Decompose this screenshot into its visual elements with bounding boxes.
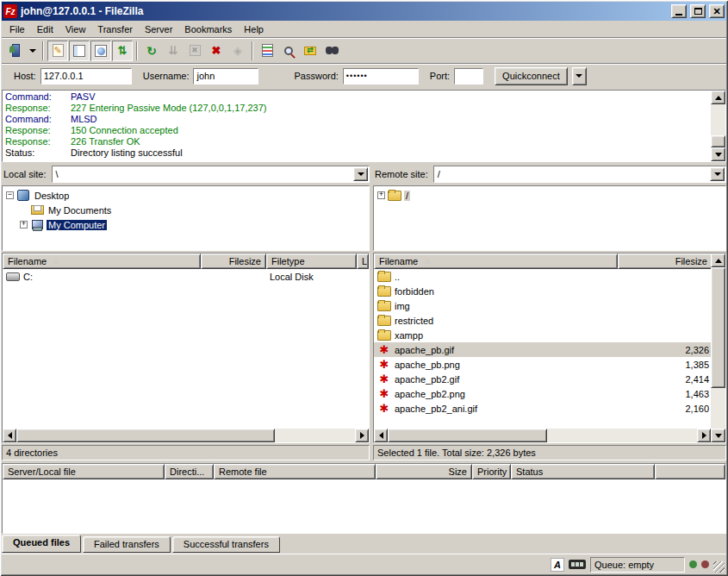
resize-grip[interactable] bbox=[713, 561, 725, 573]
refresh-button[interactable]: ↻ bbox=[141, 41, 162, 61]
toolbar-separator bbox=[136, 41, 138, 60]
tab-successful-transfers[interactable]: Successful transfers bbox=[172, 536, 280, 553]
scroll-thumb[interactable] bbox=[16, 429, 275, 442]
site-manager-dropdown-button[interactable] bbox=[27, 41, 39, 61]
maximize-button[interactable] bbox=[690, 4, 706, 18]
filename-cell: apache_pb2_ani.gif bbox=[374, 401, 618, 416]
scroll-right-button[interactable] bbox=[355, 429, 369, 442]
quickconnect-button[interactable]: Quickconnect bbox=[495, 67, 568, 85]
file-row[interactable]: C:Local Disk bbox=[3, 269, 369, 284]
remote-site-combobox[interactable]: / bbox=[433, 166, 726, 183]
scroll-down-button[interactable] bbox=[711, 147, 725, 161]
toggle-message-log-button[interactable] bbox=[47, 41, 68, 61]
queue-column-header-size[interactable]: Size bbox=[376, 464, 472, 479]
menu-item-view[interactable]: View bbox=[59, 22, 92, 36]
queue-column-header-remote-file[interactable]: Remote file bbox=[214, 464, 376, 479]
toggle-local-tree-button[interactable] bbox=[69, 41, 90, 61]
username-input[interactable]: john bbox=[193, 68, 258, 85]
menu-item-server[interactable]: Server bbox=[139, 22, 178, 36]
toggle-remote-tree-button[interactable] bbox=[90, 41, 111, 61]
collapse-icon[interactable]: − bbox=[6, 191, 14, 199]
quickconnect-dropdown-button[interactable] bbox=[572, 67, 587, 85]
filezilla-logo-icon: Fz bbox=[3, 4, 17, 18]
queue-column-header-directi-[interactable]: Directi... bbox=[165, 464, 214, 479]
menu-item-bookmarks[interactable]: Bookmarks bbox=[178, 22, 238, 36]
remote-hscrollbar[interactable] bbox=[374, 429, 711, 442]
file-row[interactable]: xampp bbox=[374, 328, 711, 342]
log-line: Response:227 Entering Passive Mode (127,… bbox=[5, 103, 708, 114]
local-status-text: 4 directories bbox=[2, 445, 370, 460]
expand-icon[interactable]: + bbox=[377, 191, 385, 199]
scroll-left-button[interactable] bbox=[3, 429, 16, 442]
close-button[interactable]: ✕ bbox=[709, 4, 725, 18]
triangle-down-icon bbox=[715, 434, 722, 438]
remote-vscrollbar[interactable] bbox=[711, 254, 725, 442]
queue-column-header-priority[interactable]: Priority bbox=[472, 464, 511, 479]
menu-item-help[interactable]: Help bbox=[238, 22, 270, 36]
port-input[interactable] bbox=[454, 68, 483, 85]
queue-column-header-server-local-file[interactable]: Server/Local file bbox=[3, 464, 165, 479]
remote-status-text: Selected 1 file. Total size: 2,326 bytes bbox=[373, 445, 726, 460]
host-label: Host: bbox=[14, 71, 36, 81]
filezilla-window: Fz john@127.0.0.1 - FileZilla ✕ FileEdit… bbox=[0, 0, 728, 576]
scroll-thumb[interactable] bbox=[711, 135, 725, 147]
minimize-button[interactable] bbox=[671, 4, 687, 18]
disconnect-button[interactable]: ✖ bbox=[206, 41, 227, 61]
column-header-filetype[interactable]: Filetype bbox=[266, 254, 357, 269]
sort-ascending-icon bbox=[423, 259, 432, 264]
window-title: john@127.0.0.1 - FileZilla bbox=[21, 5, 668, 17]
scroll-right-button[interactable] bbox=[697, 429, 711, 442]
file-row[interactable]: forbidden bbox=[374, 284, 711, 298]
menu-item-file[interactable]: File bbox=[3, 22, 31, 36]
host-input[interactable]: 127.0.0.1 bbox=[40, 68, 132, 85]
local-site-combobox[interactable]: \ bbox=[52, 166, 370, 183]
tree-item-my-documents[interactable]: My Documents bbox=[4, 203, 367, 217]
queue-column-header-status[interactable]: Status bbox=[511, 464, 655, 479]
file-row[interactable]: img bbox=[374, 298, 711, 313]
queue-body bbox=[3, 479, 725, 533]
filename-filters-button[interactable] bbox=[257, 41, 277, 61]
remote-site-dropdown-button[interactable] bbox=[710, 167, 725, 181]
find-files-button[interactable] bbox=[321, 41, 342, 61]
column-header-filename[interactable]: Filename bbox=[374, 254, 618, 269]
tree-item-desktop[interactable]: −Desktop bbox=[4, 188, 367, 203]
local-site-dropdown-button[interactable] bbox=[353, 167, 368, 181]
scroll-down-button[interactable] bbox=[711, 429, 725, 442]
folder-icon bbox=[377, 315, 391, 327]
file-row[interactable]: apache_pb2.png1,463 bbox=[374, 386, 711, 401]
expand-icon[interactable]: + bbox=[20, 221, 28, 229]
synchronized-browsing-button[interactable] bbox=[300, 41, 320, 61]
tab-queued-files[interactable]: Queued files bbox=[2, 535, 81, 553]
column-header-filesize[interactable]: Filesize bbox=[201, 254, 266, 269]
scroll-thumb[interactable] bbox=[388, 429, 547, 442]
scroll-left-button[interactable] bbox=[374, 429, 388, 442]
scroll-thumb[interactable] bbox=[711, 267, 725, 388]
scroll-up-button[interactable] bbox=[711, 91, 725, 104]
password-input[interactable]: •••••• bbox=[343, 68, 419, 85]
file-row[interactable]: .. bbox=[374, 269, 711, 284]
file-row[interactable]: restricted bbox=[374, 313, 711, 328]
menu-item-edit[interactable]: Edit bbox=[31, 22, 59, 36]
file-row[interactable]: apache_pb.gif2,326 bbox=[374, 342, 711, 357]
column-header-filesize[interactable]: Filesize bbox=[618, 254, 712, 269]
tree-item--[interactable]: +/ bbox=[376, 188, 724, 203]
toggle-transfer-queue-button[interactable]: ⇅ bbox=[112, 41, 133, 61]
directory-comparison-button[interactable] bbox=[278, 41, 299, 61]
file-row[interactable]: apache_pb.png1,385 bbox=[374, 357, 711, 372]
file-row[interactable]: apache_pb2_ani.gif2,160 bbox=[374, 401, 711, 416]
file-row[interactable]: apache_pb2.gif2,414 bbox=[374, 372, 711, 386]
local-hscrollbar[interactable] bbox=[3, 429, 369, 442]
site-manager-button[interactable] bbox=[5, 41, 26, 61]
scroll-up-button[interactable] bbox=[711, 254, 725, 267]
log-line: Command:MLSD bbox=[5, 114, 708, 125]
tab-failed-transfers[interactable]: Failed transfers bbox=[83, 536, 171, 553]
menu-item-transfer[interactable]: Transfer bbox=[91, 22, 139, 36]
column-header-label: Size bbox=[449, 466, 467, 477]
queue-status-text: Queue: empty bbox=[590, 557, 685, 573]
filesize-cell: 2,414 bbox=[618, 372, 711, 386]
tree-item-my-computer[interactable]: +My Computer bbox=[4, 217, 367, 232]
column-header-l[interactable]: L bbox=[357, 254, 369, 269]
log-scrollbar[interactable] bbox=[711, 91, 725, 161]
filename-cell: C: bbox=[3, 269, 201, 284]
column-header-filename[interactable]: Filename bbox=[3, 254, 201, 269]
